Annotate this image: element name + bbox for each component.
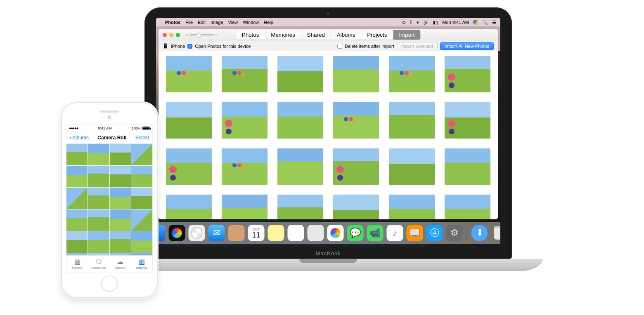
photo-thumbnail[interactable]: [131, 188, 152, 209]
bluetooth-icon[interactable]: ᛒ: [410, 20, 412, 25]
menubar-clock[interactable]: Mon 9:41 AM: [442, 20, 469, 25]
dock-safari-icon[interactable]: [189, 225, 205, 241]
tab-shared[interactable]: ☁ Shared: [109, 256, 131, 273]
import-thumbnail[interactable]: [166, 195, 212, 219]
import-thumbnail[interactable]: [333, 195, 379, 219]
photo-thumbnail[interactable]: [131, 209, 152, 231]
dock-calendar-icon[interactable]: OCT 11: [248, 225, 265, 241]
photo-thumbnail[interactable]: [88, 144, 109, 165]
notification-center-icon[interactable]: ☰: [492, 20, 496, 25]
tab-memories[interactable]: Memories: [265, 30, 301, 40]
menu-view[interactable]: View: [228, 20, 238, 25]
import-thumbnail[interactable]: [445, 56, 490, 92]
dock-appstore-icon[interactable]: Ⓐ: [426, 225, 443, 241]
dock-facetime-icon[interactable]: 📹: [367, 225, 384, 241]
import-thumbnail[interactable]: [333, 56, 379, 92]
dock-finder-icon[interactable]: [156, 225, 166, 241]
photo-thumbnail[interactable]: [110, 188, 131, 209]
photo-thumbnail[interactable]: [66, 166, 88, 187]
wifi-icon[interactable]: ▾: [417, 20, 419, 25]
import-thumbnail[interactable]: [277, 102, 323, 139]
fullscreen-button[interactable]: [176, 33, 180, 37]
volume-icon[interactable]: 🔊: [423, 20, 429, 25]
dock-contacts-icon[interactable]: [228, 225, 245, 241]
dock-downloads-icon[interactable]: ⬇: [471, 225, 488, 241]
photo-thumbnail[interactable]: [66, 144, 88, 165]
photo-thumbnail[interactable]: [66, 231, 88, 253]
dock-itunes-icon[interactable]: ♪: [387, 225, 403, 241]
photo-thumbnail[interactable]: [131, 166, 152, 187]
time-machine-icon[interactable]: ⟲: [402, 20, 405, 25]
import-thumbnail[interactable]: [445, 195, 490, 219]
photo-thumbnail[interactable]: [110, 144, 131, 165]
import-thumbnail[interactable]: [222, 102, 268, 139]
dock-ibooks-icon[interactable]: 📖: [407, 225, 423, 241]
delete-after-import-checkbox[interactable]: [337, 44, 342, 49]
import-thumbnail[interactable]: [277, 148, 323, 185]
back-button[interactable]: ‹ Albums: [70, 135, 89, 141]
menubar-app-name[interactable]: Photos: [165, 20, 180, 25]
photo-thumbnail[interactable]: [88, 188, 109, 209]
dock-photos-icon[interactable]: [327, 225, 344, 241]
tab-memories[interactable]: ❍ Memories: [88, 256, 109, 273]
import-thumbnail[interactable]: [389, 56, 435, 92]
import-selected-button[interactable]: Import Selected: [397, 42, 438, 50]
dock-siri-icon[interactable]: [169, 225, 185, 241]
tab-photos[interactable]: ▦ Photos: [66, 256, 88, 273]
import-thumbnail[interactable]: [389, 102, 435, 139]
photo-thumbnail[interactable]: [131, 231, 152, 253]
menu-image[interactable]: Image: [211, 20, 223, 25]
thumbnail-zoom-slider[interactable]: ▫ ▫: [187, 33, 217, 37]
tab-albums[interactable]: ▥ Albums: [131, 256, 152, 273]
import-thumbnail[interactable]: [222, 195, 268, 219]
import-thumbnail[interactable]: [445, 148, 490, 185]
import-thumbnail[interactable]: [389, 148, 435, 185]
import-thumbnail[interactable]: [166, 56, 212, 92]
dock-mail-icon[interactable]: ✉: [208, 225, 225, 241]
dock-maps-icon[interactable]: [308, 225, 324, 241]
import-thumbnail[interactable]: [445, 102, 490, 139]
battery-icon[interactable]: ▮▯: [433, 20, 438, 25]
import-thumbnail[interactable]: [277, 195, 323, 219]
minimize-button[interactable]: [169, 33, 173, 37]
photo-thumbnail[interactable]: [88, 231, 109, 253]
menu-help[interactable]: Help: [264, 20, 273, 25]
photo-thumbnail[interactable]: [110, 166, 131, 187]
home-button[interactable]: [101, 275, 118, 292]
dock-systemprefs-icon[interactable]: ⚙: [446, 225, 463, 241]
close-button[interactable]: [163, 33, 167, 37]
photo-thumbnail[interactable]: [110, 209, 131, 231]
photo-thumbnail[interactable]: [88, 209, 109, 231]
import-thumbnail[interactable]: [277, 56, 323, 92]
menu-edit[interactable]: Edit: [198, 20, 206, 25]
photo-thumbnail[interactable]: [66, 188, 88, 209]
menu-window[interactable]: Window: [243, 20, 259, 25]
camera-roll-grid[interactable]: [66, 144, 152, 255]
import-all-button[interactable]: Import All New Photos: [440, 42, 494, 50]
tab-photos[interactable]: Photos: [236, 30, 265, 40]
spotlight-icon[interactable]: 🔍: [482, 20, 488, 25]
menu-file[interactable]: File: [185, 20, 193, 25]
photo-thumbnail[interactable]: [110, 231, 131, 253]
tab-albums[interactable]: Albums: [331, 30, 361, 40]
tab-import[interactable]: Import: [393, 30, 420, 40]
dock-messages-icon[interactable]: 💬: [347, 225, 364, 241]
dock-trash-icon[interactable]: [491, 225, 501, 241]
dock-reminders-icon[interactable]: [288, 225, 304, 241]
import-thumbnail[interactable]: [333, 148, 379, 185]
import-thumbnail[interactable]: [222, 148, 268, 185]
import-thumbnail[interactable]: [222, 56, 268, 92]
tab-projects[interactable]: Projects: [361, 30, 393, 40]
import-thumbnail[interactable]: [389, 195, 435, 219]
select-button[interactable]: Select: [135, 135, 149, 141]
photo-thumbnail[interactable]: [88, 166, 109, 187]
photo-thumbnail[interactable]: [66, 209, 88, 231]
import-thumbnail[interactable]: [166, 102, 212, 139]
import-thumbnail[interactable]: [333, 102, 379, 139]
dock-notes-icon[interactable]: [268, 225, 284, 241]
import-thumbnail[interactable]: [166, 148, 212, 185]
photo-thumbnail[interactable]: [131, 144, 152, 165]
siri-icon[interactable]: [473, 20, 478, 25]
open-for-device-checkbox[interactable]: ✓: [187, 44, 192, 49]
tab-shared[interactable]: Shared: [301, 30, 331, 40]
